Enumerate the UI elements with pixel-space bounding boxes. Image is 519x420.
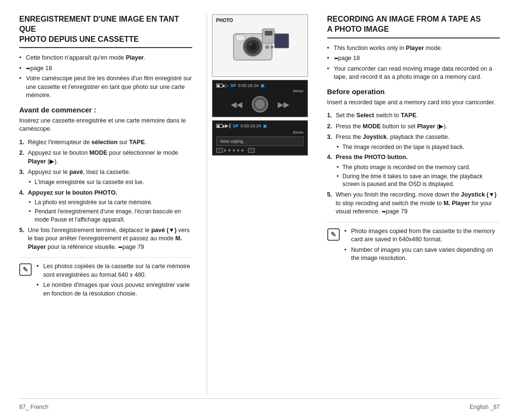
min-text-2: 80min — [216, 130, 304, 135]
right-title: RECORDING AN IMAGE FROM A TAPE AS A PHOT… — [327, 14, 500, 38]
arrow-1 — [224, 148, 228, 152]
footer-right: English _87 — [470, 404, 500, 410]
timecode-2: 0:00:16:24 — [241, 124, 261, 128]
right-intro-bullets: This function works only in Player mode.… — [327, 44, 500, 82]
joystick-button — [252, 96, 268, 112]
screen2-top-bar: ▶‖ SP 0:00:16:24 ▣ — [216, 123, 304, 128]
footer-left: 87_ French — [19, 404, 49, 410]
svg-rect-8 — [274, 34, 289, 48]
prog-icon-right — [248, 148, 255, 153]
arrow-4 — [237, 148, 241, 152]
left-bullet-1: Cette fonction n'apparaît qu'en mode Pla… — [19, 54, 192, 62]
right-subheading-text: Insert a recorded tape and a memory card… — [327, 99, 500, 107]
left-column: ENREGISTREMENT D'UNE IMAGE EN TANT QUE P… — [19, 14, 207, 395]
right-note-2: Number of images you can save varies dep… — [345, 246, 500, 263]
battery-icon — [216, 84, 223, 87]
right-step-5: When you finish the recording, move down… — [327, 191, 500, 216]
min-text: 80min — [216, 89, 304, 93]
right-step-4-sub1: The photo image is recorded on the memor… — [336, 163, 500, 172]
right-steps: Set the Select switch to TAPE. Press the… — [327, 111, 500, 216]
left-step-3-sub: L'image enregistrée sur la cassette est … — [28, 178, 192, 186]
right-note-icon: ✎ — [327, 228, 340, 241]
prog-icon-left — [216, 148, 223, 153]
joystick-inner — [256, 100, 264, 109]
playback-screen-1: ▷ SP 0:00:16:24 ▣ 80min ◀◀ ▶▶ — [212, 80, 308, 117]
right-bullet-2: ➥page 18 — [327, 54, 500, 63]
now-copying-text: Now coping... — [221, 139, 299, 144]
playback-screen-2: ▶‖ SP 0:00:16:24 ▣ 80min Now coping... — [212, 120, 308, 156]
svg-point-10 — [271, 46, 273, 49]
tape-icon-2: ▣ — [263, 124, 267, 128]
footer: 87_ French English _87 — [19, 398, 500, 410]
left-subheading-text: Insérez une cassette enregistrée et une … — [19, 117, 192, 134]
svg-rect-5 — [236, 35, 245, 41]
right-note-1: Photo images copied from the cassette to… — [345, 227, 500, 244]
right-step-1: Set the Select switch to TAPE. — [327, 111, 500, 120]
now-copying-box: Now coping... — [216, 136, 304, 146]
right-note-text: Photo images copied from the cassette to… — [345, 227, 500, 265]
play-icon: ▷ — [225, 83, 229, 88]
right-step-4-sub2: During the time it takes to save an imag… — [336, 173, 500, 189]
pause-icon: ▶‖ — [225, 123, 231, 128]
progress-arrows — [224, 148, 246, 152]
page: ENREGISTREMENT D'UNE IMAGE EN TANT QUE P… — [0, 0, 519, 420]
left-bullet-3: Votre caméscope peut lire les données d'… — [19, 74, 192, 100]
left-step-4-sub2: Pendant l'enregistrement d'une image, l'… — [28, 208, 192, 224]
camera-svg — [226, 24, 294, 67]
right-bullet-3: Your camcorder can read moving image dat… — [327, 65, 500, 82]
left-step-1: Réglez l'interrupteur de sélection sur T… — [19, 138, 192, 147]
left-step-4: Appuyez sur le bouton PHOTO. La photo es… — [19, 189, 192, 224]
screen1-center: ◀◀ ▶▶ — [216, 94, 304, 114]
camera-illustration: PHOTO — [212, 14, 308, 77]
screen1-top-bar: ▷ SP 0:00:16:24 ▣ — [216, 83, 304, 88]
left-steps: Réglez l'interrupteur de sélection sur T… — [19, 138, 192, 251]
left-note-box: ✎ Les photos copiées de la cassette sur … — [19, 257, 192, 300]
left-step-2: Appuyez sur le bouton MODE pour sélectio… — [19, 149, 192, 166]
right-step-2: Press the MODE button to set Player (▶). — [327, 123, 500, 131]
left-title: ENREGISTREMENT D'UNE IMAGE EN TANT QUE P… — [19, 14, 192, 48]
left-note-icon: ✎ — [19, 263, 32, 276]
left-note-1: Les photos copiées de la cassette sur la… — [37, 262, 192, 279]
left-step-4-sub1: La photo est enregistrée sur la carte mé… — [28, 198, 192, 207]
svg-rect-7 — [265, 31, 272, 36]
left-subheading: Avant de commencer : — [19, 106, 192, 114]
right-note-box: ✎ Photo images copied from the cassette … — [327, 222, 500, 265]
svg-point-4 — [249, 43, 252, 46]
arrow-5 — [242, 148, 246, 152]
left-note-text: Les photos copiées de la cassette sur la… — [37, 262, 192, 300]
sp-badge-2: SP — [233, 124, 239, 128]
tape-icon: ▣ — [260, 83, 265, 88]
left-step-5: Une fois l'enregistrement terminé, dépla… — [19, 226, 192, 252]
sp-badge: SP — [231, 83, 236, 88]
left-intro-bullets: Cette fonction n'apparaît qu'en mode Pla… — [19, 54, 192, 100]
left-step-3: Appuyez sur le pavé, lisez la cassette. … — [19, 168, 192, 186]
fastfwd-icon: ▶▶ — [278, 100, 289, 109]
arrow-2 — [229, 148, 233, 152]
svg-point-9 — [265, 45, 269, 49]
right-step-3: Press the Joystick, playback the cassett… — [327, 133, 500, 151]
right-step-4: Press the PHOTO button. The photo image … — [327, 153, 500, 188]
center-column: PHOTO — [207, 14, 313, 395]
right-step-3-sub: The image recorded on the tape is played… — [336, 143, 500, 151]
left-note-2: Le nombre d'images que vous pouvez enreg… — [37, 281, 192, 298]
rewind-icon: ◀◀ — [231, 100, 242, 109]
progress-bar — [216, 148, 304, 153]
camera-photo-label: PHOTO — [216, 18, 233, 23]
battery-icon-2 — [216, 124, 223, 128]
timecode: 0:00:16:24 — [238, 83, 259, 88]
main-content: ENREGISTREMENT D'UNE IMAGE EN TANT QUE P… — [19, 14, 500, 395]
arrow-3 — [233, 148, 237, 152]
right-subheading: Before operation — [327, 87, 500, 96]
right-column: RECORDING AN IMAGE FROM A TAPE AS A PHOT… — [313, 14, 500, 395]
left-bullet-2: ➥page 18 — [19, 64, 192, 73]
right-bullet-1: This function works only in Player mode. — [327, 44, 500, 53]
